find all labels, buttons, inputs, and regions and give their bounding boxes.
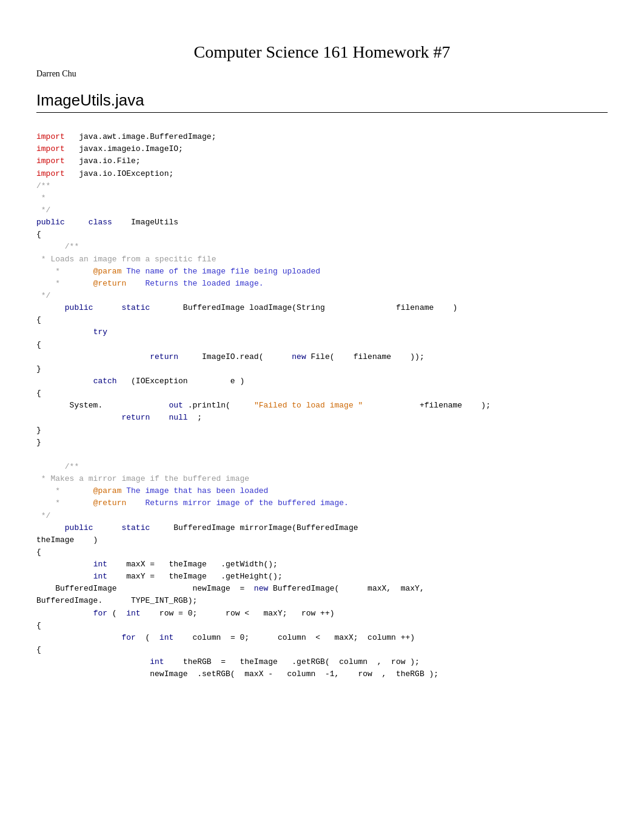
code-block: import java.awt.image.BufferedImage; imp… [36,119,608,680]
file-title: ImageUtils.java [36,91,608,113]
page-title: Computer Science 161 Homework #7 [36,42,608,62]
author-name: Darren Chu [36,69,608,79]
